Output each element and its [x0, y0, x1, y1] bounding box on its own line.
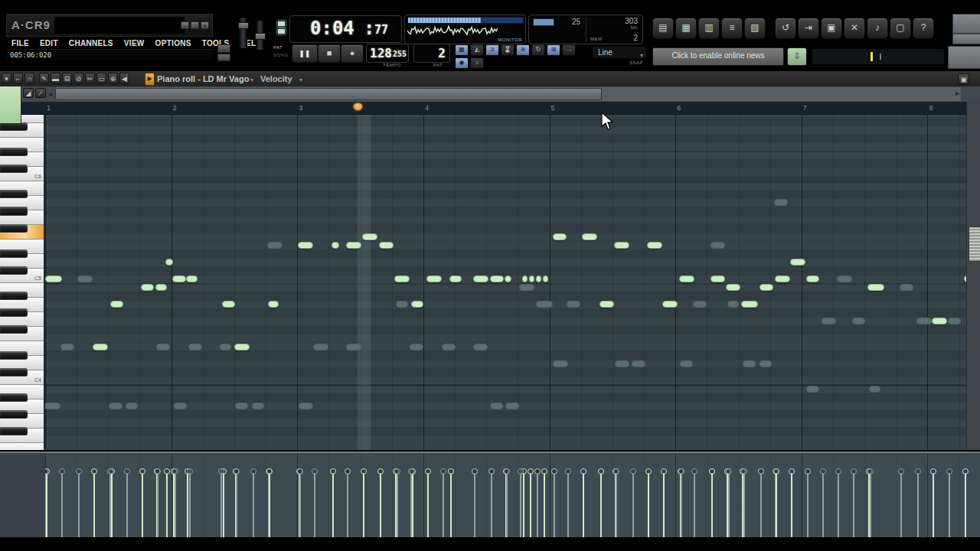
note[interactable] [141, 284, 154, 291]
velocity-line[interactable] [663, 473, 665, 537]
black-key-F#4[interactable] [0, 325, 28, 334]
note[interactable] [332, 242, 339, 249]
master-volume-handle[interactable] [238, 22, 249, 29]
note[interactable] [110, 301, 123, 308]
velocity-control-point[interactable] [773, 468, 779, 474]
note[interactable] [449, 276, 462, 282]
ghost-note[interactable] [536, 301, 553, 308]
note[interactable] [647, 242, 662, 249]
velocity-line[interactable] [838, 473, 839, 537]
shuffle-slider[interactable] [812, 48, 945, 65]
velocity-control-point[interactable] [709, 468, 715, 474]
velocity-line[interactable] [380, 473, 381, 537]
velocity-line[interactable] [520, 473, 521, 537]
note[interactable] [662, 301, 678, 308]
velocity-control-point[interactable] [330, 468, 336, 474]
record-button[interactable]: ● [341, 44, 364, 63]
note[interactable] [411, 301, 423, 308]
velocity-control-point[interactable] [805, 468, 811, 474]
menu-item-channels[interactable]: CHANNELS [64, 39, 119, 47]
velocity-line[interactable] [443, 473, 444, 537]
pr-edit-tool-button[interactable]: ⌐ [13, 73, 23, 84]
chevron-down-icon[interactable]: ▾ [299, 77, 302, 83]
ghost-note[interactable] [442, 344, 456, 350]
ghost-note[interactable] [267, 242, 283, 249]
velocity-control-point[interactable] [250, 468, 256, 474]
delete-tool-button[interactable]: ⊟ [62, 73, 72, 84]
velocity-control-point[interactable] [472, 468, 478, 474]
velocity-control-point[interactable] [678, 468, 684, 474]
velocity-line[interactable] [223, 473, 224, 537]
note[interactable] [536, 276, 541, 282]
velocity-control-point[interactable] [266, 468, 273, 474]
note[interactable] [186, 276, 198, 282]
velocity-control-point[interactable] [187, 468, 193, 474]
note[interactable] [490, 276, 504, 282]
master-pitch-handle[interactable] [255, 33, 266, 40]
black-key-A#3[interactable] [0, 393, 28, 402]
slice-tool-button[interactable]: ✂ [85, 73, 95, 84]
ghost-note[interactable] [490, 403, 503, 409]
pr-focus-arrow-icon[interactable]: ▶ [145, 73, 155, 86]
vertical-scrollbar[interactable] [966, 102, 980, 450]
ghost-note[interactable] [837, 276, 852, 282]
velocity-control-point[interactable] [691, 468, 697, 474]
pr-snap-magnet-button[interactable]: ∩ [24, 73, 34, 84]
velocity-line[interactable] [632, 473, 634, 537]
overdub-toggle[interactable]: ♪ [470, 57, 484, 69]
velocity-line[interactable] [760, 473, 762, 537]
ghost-note[interactable] [693, 301, 707, 308]
velocity-control-point[interactable] [76, 468, 82, 474]
velocity-line[interactable] [474, 473, 475, 537]
ghost-note[interactable] [396, 301, 408, 308]
velocity-line[interactable] [523, 473, 524, 537]
menu-item-view[interactable]: VIEW [119, 39, 150, 47]
velocity-line[interactable] [347, 473, 348, 537]
velocity-line[interactable] [648, 473, 649, 537]
note[interactable] [775, 276, 790, 282]
note[interactable] [614, 242, 629, 249]
ghost-note[interactable] [852, 318, 865, 324]
ghost-note[interactable] [760, 360, 772, 367]
ghost-note[interactable] [346, 344, 361, 350]
ghost-note[interactable] [822, 318, 836, 324]
slider-tick-yellow[interactable] [871, 52, 873, 61]
close-button[interactable]: × [201, 21, 209, 29]
note[interactable] [679, 276, 694, 282]
ghost-note[interactable] [680, 360, 693, 367]
velocity-line[interactable] [822, 473, 824, 537]
velocity-line[interactable] [332, 473, 334, 537]
note[interactable] [93, 344, 108, 350]
ghost-note[interactable] [109, 403, 122, 409]
white-key-E3[interactable] [0, 443, 44, 450]
timeline-ruler[interactable]: 12345678 [21, 102, 980, 115]
stop-button[interactable]: ■ [318, 44, 341, 63]
velocity-line[interactable] [166, 473, 168, 537]
zoom-tool-button[interactable]: ⊕ [108, 73, 118, 84]
velocity-line[interactable] [791, 473, 792, 537]
ghost-note[interactable] [188, 344, 202, 350]
velocity-control-point[interactable] [962, 468, 969, 474]
velocity-line[interactable] [78, 473, 80, 537]
velocity-control-point[interactable] [528, 468, 534, 474]
note[interactable] [726, 284, 740, 291]
velocity-control-point[interactable] [946, 468, 952, 474]
black-key-F#3[interactable] [0, 427, 28, 435]
velocity-control-point[interactable] [218, 468, 224, 474]
playback-tool-button[interactable]: ◀ [119, 73, 129, 84]
wait-for-input-toggle[interactable]: ⌛ [501, 44, 514, 56]
pr-slide-button[interactable]: ∕ [35, 88, 46, 98]
note[interactable] [710, 276, 725, 282]
chevron-down-icon[interactable]: ▾ [250, 77, 253, 83]
ghost-note[interactable] [948, 318, 961, 324]
velocity-line[interactable] [410, 473, 412, 537]
note[interactable] [298, 242, 313, 249]
hscroll-track[interactable] [55, 87, 961, 101]
note[interactable] [582, 233, 597, 240]
note[interactable] [505, 276, 511, 282]
step-sequencer-window-button[interactable]: ▦ [675, 18, 697, 39]
note[interactable] [165, 259, 173, 266]
pr-window-button[interactable]: ▣ [958, 73, 969, 85]
scroll-right-arrow-icon[interactable]: ▸ [956, 89, 959, 97]
menu-item-edit[interactable]: EDIT [34, 39, 64, 47]
